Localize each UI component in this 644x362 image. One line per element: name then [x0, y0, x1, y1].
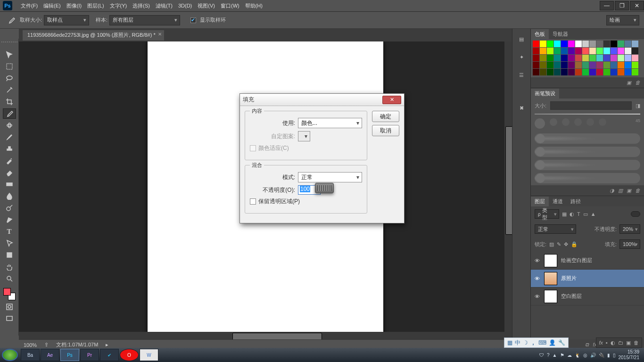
brush-stroke-previews[interactable] — [531, 132, 644, 185]
tray-qq-icon[interactable]: 🐧 — [575, 353, 580, 358]
hand-tool[interactable] — [3, 262, 16, 272]
lasso-tool[interactable] — [3, 73, 16, 83]
lock-pos-icon[interactable]: ✥ — [564, 241, 568, 247]
link-layers-icon[interactable]: ⧉ — [585, 342, 589, 348]
fill-input[interactable]: 100% — [619, 239, 640, 249]
mask-status-icon[interactable]: ▪ — [606, 340, 608, 346]
onscreen-keyboard-icon[interactable] — [315, 183, 334, 193]
taskbar-app-word[interactable]: W — [140, 349, 158, 361]
cancel-button[interactable]: 取消 — [372, 125, 399, 136]
layer-thumb[interactable] — [544, 272, 557, 285]
lock-trans-icon[interactable]: ▨ — [549, 241, 554, 247]
lock-paint-icon[interactable]: ✎ — [557, 241, 561, 247]
layer-opacity-input[interactable]: 20% — [619, 224, 640, 234]
paths-tab[interactable]: 路径 — [567, 197, 585, 206]
shape-tool[interactable] — [3, 250, 16, 260]
ime-punct-icon[interactable]: ， — [530, 339, 536, 347]
close-tab-icon[interactable]: ✕ — [158, 32, 162, 37]
tray-power-icon[interactable]: 🔌 — [599, 353, 604, 358]
layer-name[interactable]: 空白图层 — [561, 293, 582, 300]
new-brush-icon[interactable]: ▣ — [627, 188, 631, 194]
quickmask-toggle[interactable] — [3, 302, 16, 312]
layer-name[interactable]: 原照片 — [561, 275, 577, 282]
navigator-tab[interactable]: 导航器 — [549, 29, 572, 39]
pen-tool[interactable] — [3, 214, 16, 225]
document-tab[interactable]: 1193596866ede22753l.jpg @ 100% (原照片, RGB… — [23, 30, 164, 41]
show-ring-checkbox[interactable] — [190, 17, 196, 23]
brush-tool[interactable] — [3, 132, 16, 142]
layer-thumb[interactable] — [544, 254, 557, 267]
brush-toggle-icon[interactable]: ◨ — [636, 103, 640, 109]
ime-lang-label[interactable]: 中 — [515, 339, 520, 347]
swatches-tab[interactable]: 色板 — [531, 29, 549, 39]
eyedropper-tool[interactable] — [3, 108, 16, 119]
new-swatch-icon[interactable]: ▣ — [627, 80, 631, 86]
brush-opt2-icon[interactable]: ▥ — [618, 188, 623, 194]
path-select-tool[interactable] — [3, 238, 16, 248]
window-close[interactable]: ✕ — [630, 1, 644, 10]
taskbar-app-opera[interactable]: O — [120, 349, 139, 361]
export-icon[interactable]: ⇪ — [44, 342, 49, 348]
brush-size-slider[interactable] — [535, 114, 640, 115]
ime-moon-icon[interactable]: ☽ — [523, 339, 528, 346]
trash-status-icon[interactable]: 🗑 — [634, 340, 639, 346]
layer-row[interactable]: 👁 空白图层 — [531, 288, 644, 305]
menu-help[interactable]: 帮助(H) — [242, 0, 265, 11]
layer-visibility-icon[interactable]: 👁 — [534, 294, 540, 299]
menu-file[interactable]: 文件(F) — [18, 0, 41, 11]
lock-all-icon[interactable]: 🔒 — [571, 241, 578, 247]
layer-visibility-icon[interactable]: 👁 — [534, 258, 540, 263]
tray-up-icon[interactable]: ▲ — [553, 353, 557, 358]
status-arrow-icon[interactable]: ▸ — [106, 342, 108, 348]
menu-filter[interactable]: 滤镜(T) — [153, 0, 175, 11]
marquee-tool[interactable] — [3, 61, 16, 72]
new-status-icon[interactable]: ▣ — [626, 340, 631, 346]
menu-view[interactable]: 视图(V) — [195, 0, 218, 11]
filter-shape-icon[interactable]: ▭ — [583, 211, 588, 217]
tray-shield-icon[interactable]: 🛡 — [539, 353, 544, 358]
crop-tool[interactable] — [3, 97, 16, 107]
tray-360-icon[interactable]: ◎ — [583, 353, 587, 358]
menu-window[interactable]: 窗口(W) — [218, 0, 242, 11]
fg-bg-swatch[interactable] — [3, 288, 16, 300]
folder-status-icon[interactable]: 🗀 — [618, 340, 623, 346]
history-brush-tool[interactable] — [3, 156, 16, 166]
filter-smart-icon[interactable]: ▲ — [591, 211, 596, 217]
heal-tool[interactable] — [3, 120, 16, 131]
brush-tip-row[interactable]: 45 — [531, 115, 644, 132]
ok-button[interactable]: 确定 — [372, 111, 399, 122]
dodge-tool[interactable] — [3, 203, 16, 213]
eraser-tool[interactable] — [3, 167, 16, 178]
filter-pixel-icon[interactable]: ▦ — [562, 211, 567, 217]
adjust-panel-icon[interactable]: ✖ — [516, 102, 527, 114]
menu-image[interactable]: 图像(I) — [64, 0, 84, 11]
ime-grid-icon[interactable]: ▦ — [507, 339, 512, 346]
properties-panel-icon[interactable]: ☰ — [516, 69, 527, 81]
tray-clock[interactable]: 15:39 2015/7/21 — [619, 349, 640, 361]
tray-action-icon[interactable]: ▯ — [613, 353, 616, 358]
taskbar-app-baidu[interactable]: Ba — [21, 349, 40, 361]
history-panel-icon[interactable]: ▤ — [516, 33, 527, 45]
adjust-status-icon[interactable]: ◐ — [611, 340, 615, 346]
filter-adjust-icon[interactable]: ◐ — [570, 211, 574, 217]
layer-thumb[interactable] — [544, 290, 557, 303]
layer-row[interactable]: 👁 绘画空白图层 — [531, 252, 644, 270]
layer-visibility-icon[interactable]: 👁 — [534, 276, 540, 281]
actions-panel-icon[interactable]: ✦ — [516, 51, 527, 63]
ime-toolbar[interactable]: ▦ 中 ☽ ， ⌨ 👤 🔧 — [504, 337, 569, 348]
taskbar-app-ps[interactable]: Ps — [60, 349, 79, 361]
horizontal-scrollbar[interactable] — [19, 332, 504, 339]
screenmode-toggle[interactable] — [3, 313, 16, 324]
blur-tool[interactable] — [3, 191, 16, 201]
gradient-tool[interactable] — [3, 179, 16, 189]
layer-row[interactable]: 👁 原照片 — [531, 270, 644, 288]
sample-select[interactable]: 所有图层 — [109, 15, 180, 25]
menu-layer[interactable]: 图层(L) — [84, 0, 107, 11]
window-minimize[interactable]: — — [600, 1, 614, 10]
menu-3d[interactable]: 3D(D) — [175, 1, 195, 10]
tray-vol-icon[interactable]: 🔊 — [590, 353, 596, 358]
taskbar-app-pr[interactable]: Pr — [80, 349, 99, 361]
blend-mode-select[interactable]: 正常 — [535, 224, 576, 234]
move-tool[interactable] — [3, 49, 16, 60]
ime-wrench-icon[interactable]: 🔧 — [558, 339, 565, 346]
